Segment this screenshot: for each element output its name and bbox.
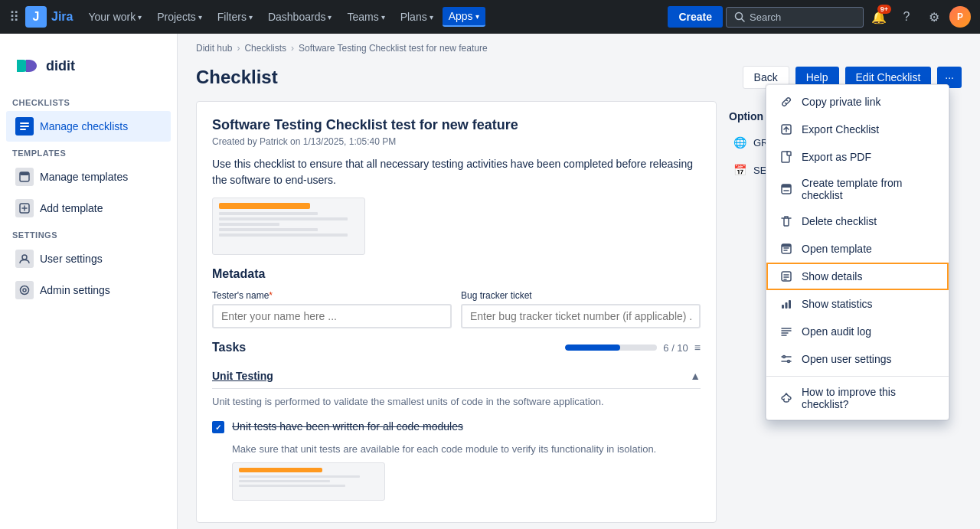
sidebar-item-user-settings[interactable]: User settings — [6, 243, 171, 274]
add-template-icon — [15, 199, 34, 217]
bug-tracker-label: Bug tracker ticket — [461, 290, 701, 301]
settings-button[interactable]: ⚙ — [922, 5, 946, 29]
nav-teams[interactable]: Teams ▾ — [341, 8, 390, 26]
dropdown-export-pdf[interactable]: Export as PDF — [766, 143, 949, 171]
template-icon — [15, 168, 34, 186]
nav-apps[interactable]: Apps ▾ — [443, 7, 485, 27]
search-box[interactable]: Search — [726, 7, 864, 28]
dropdown-open-audit-log[interactable]: Open audit log — [766, 318, 949, 345]
notifications-button[interactable]: 🔔 9+ — [867, 5, 891, 29]
tasks-count: 6 / 10 — [663, 342, 688, 354]
sidebar-item-manage-templates[interactable]: Manage templates — [6, 162, 171, 192]
chevron-up-icon: ▲ — [690, 370, 701, 382]
svg-rect-24 — [782, 244, 791, 247]
checklist-meta: Created by Patrick on 1/13/2025, 1:05:40… — [212, 136, 701, 147]
svg-point-12 — [21, 286, 29, 295]
svg-point-41 — [788, 361, 790, 363]
breadcrumb-checklists[interactable]: Checklists — [244, 43, 286, 54]
calendar-icon: 📅 — [732, 162, 747, 178]
svg-rect-19 — [782, 184, 791, 188]
jira-logo[interactable]: J Jira — [25, 6, 73, 28]
sidebar-item-add-template[interactable]: Add template — [6, 193, 171, 224]
dropdown-create-template[interactable]: Create template from checklist — [766, 171, 949, 207]
dropdown-copy-link[interactable]: Copy private link — [766, 88, 949, 116]
nav-plans[interactable]: Plans ▾ — [394, 8, 439, 26]
bug-tracker-field: Bug tracker ticket — [461, 290, 701, 328]
tester-name-label: Tester's name* — [212, 290, 452, 301]
dropdown-separator — [766, 376, 949, 377]
checklist-title: Software Testing Checklist test for new … — [212, 117, 701, 133]
tasks-progress-bar — [565, 345, 657, 351]
delete-icon — [779, 214, 794, 229]
open-template-icon — [779, 241, 794, 256]
breadcrumb-didit-hub[interactable]: Didit hub — [196, 43, 232, 54]
nav-projects[interactable]: Projects ▾ — [151, 8, 208, 26]
globe-icon: 🌐 — [732, 135, 747, 150]
filter-icon[interactable]: ≡ — [694, 341, 701, 354]
metadata-fields: Tester's name* Bug tracker ticket — [212, 290, 701, 328]
export-icon — [779, 122, 794, 137]
details-icon — [779, 269, 794, 284]
didit-logo: didit — [0, 46, 177, 92]
dropdown-delete-checklist[interactable]: Delete checklist — [766, 207, 949, 235]
dropdown-menu: Copy private link Export Checklist Expor… — [766, 84, 949, 420]
tester-name-input[interactable] — [212, 304, 452, 328]
help-icon: ? — [903, 10, 910, 24]
tasks-section: Tasks 6 / 10 ≡ Unit Testing ▲ Unit testi… — [212, 341, 701, 501]
dropdown-export-checklist[interactable]: Export Checklist — [766, 116, 949, 143]
svg-rect-30 — [786, 302, 788, 309]
user-icon — [15, 250, 34, 268]
jira-logo-text: Jira — [51, 10, 73, 24]
dropdown-show-details[interactable]: Show details — [766, 263, 949, 290]
dropdown-open-user-settings[interactable]: Open user settings — [766, 345, 949, 373]
svg-rect-4 — [20, 126, 29, 127]
task-group-description: Unit testing is performed to validate th… — [212, 389, 701, 415]
avatar[interactable]: P — [949, 6, 971, 28]
checklist-preview-image — [212, 198, 365, 255]
metadata-section: Metadata Tester's name* Bug tracker tick… — [212, 267, 701, 328]
dropdown-open-template[interactable]: Open template — [766, 235, 949, 263]
svg-rect-5 — [20, 129, 26, 130]
settings-section-label: SETTINGS — [0, 224, 177, 243]
sidebar-item-manage-checklists[interactable]: Manage checklists — [6, 111, 171, 142]
top-navigation: ⠿ J Jira Your work ▾ Projects ▾ Filters … — [0, 0, 980, 34]
template-create-icon — [779, 181, 794, 197]
task-sub-text: Make sure that unit tests are available … — [212, 439, 701, 459]
dropdown-show-statistics[interactable]: Show statistics — [766, 290, 949, 318]
svg-rect-7 — [20, 172, 29, 175]
create-button[interactable]: Create — [668, 6, 723, 28]
jira-logo-icon: J — [25, 6, 47, 28]
grid-icon[interactable]: ⠿ — [9, 8, 19, 25]
help-button[interactable]: ? — [894, 5, 919, 29]
user-settings-icon — [779, 351, 794, 367]
task-group-header[interactable]: Unit Testing ▲ — [212, 364, 701, 389]
svg-rect-31 — [789, 300, 791, 309]
chevron-down-icon: ▾ — [381, 13, 385, 21]
improve-icon — [779, 390, 794, 406]
nav-dashboards[interactable]: Dashboards ▾ — [262, 8, 338, 26]
nav-filters[interactable]: Filters ▾ — [211, 8, 259, 26]
task-item: Unit tests have been written for all cod… — [212, 415, 701, 439]
breadcrumb: Didit hub › Checklists › Software Testin… — [178, 34, 980, 60]
checklist-card: Software Testing Checklist test for new … — [196, 101, 717, 523]
bug-tracker-input[interactable] — [461, 304, 701, 328]
task-checkbox[interactable] — [212, 421, 224, 433]
pdf-icon — [779, 149, 794, 165]
chevron-down-icon: ▾ — [249, 13, 253, 21]
tasks-title: Tasks — [212, 341, 559, 354]
svg-rect-3 — [20, 122, 29, 124]
page-title: Checklist — [196, 67, 278, 88]
nav-your-work[interactable]: Your work ▾ — [82, 8, 148, 26]
statistics-icon — [779, 296, 794, 312]
notification-badge: 9+ — [877, 5, 891, 14]
sidebar-item-admin-settings[interactable]: Admin settings — [6, 275, 171, 305]
svg-rect-17 — [787, 152, 791, 155]
sidebar: didit CHECKLISTS Manage checklists TEMPL… — [0, 34, 178, 529]
checklists-section-label: CHECKLISTS — [0, 92, 177, 110]
task-preview-image — [232, 462, 385, 501]
dropdown-improve-checklist[interactable]: How to improve this checklist? — [766, 380, 949, 416]
task-group-unit-testing: Unit Testing ▲ Unit testing is performed… — [212, 364, 701, 501]
gear-icon: ⚙ — [929, 10, 939, 24]
breadcrumb-sep: › — [291, 43, 294, 54]
svg-point-11 — [22, 255, 27, 260]
